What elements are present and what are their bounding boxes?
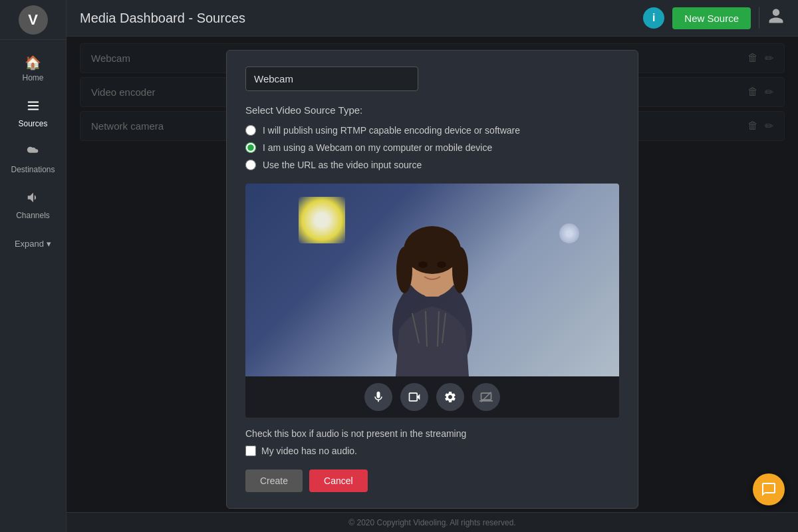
channels-icon — [26, 190, 41, 208]
audio-checkbox-label: My video has no audio. — [261, 446, 357, 456]
svg-point-5 — [452, 247, 468, 293]
radio-url[interactable]: Use the URL as the video input source — [245, 160, 619, 170]
sidebar-item-sources[interactable]: Sources — [0, 90, 66, 136]
sidebar-item-channels[interactable]: Channels — [0, 182, 66, 228]
screen-share-button[interactable] — [472, 383, 500, 411]
sources-icon — [26, 98, 41, 116]
create-button[interactable]: Create — [245, 469, 303, 492]
sidebar: V 🏠 Home Sources Destinations Channels — [0, 0, 66, 532]
svg-point-3 — [404, 226, 461, 274]
audio-checkbox-item[interactable]: My video has no audio. — [245, 446, 619, 456]
modal-overlay: Select Video Source Type: I will publish… — [66, 37, 798, 512]
chevron-down-icon: ▾ — [47, 239, 51, 249]
sidebar-item-home[interactable]: 🏠 Home — [0, 47, 66, 90]
video-preview — [245, 184, 619, 418]
footer: © 2020 Copyright Videoling. All rights r… — [66, 512, 798, 532]
sidebar-nav: 🏠 Home Sources Destinations Channels Exp… — [0, 47, 66, 257]
sidebar-item-sources-label: Sources — [18, 119, 47, 128]
audio-section-label: Check this box if audio is not present i… — [245, 428, 619, 439]
sidebar-expand-label: Expand — [15, 239, 44, 249]
modal-buttons: Create Cancel — [245, 469, 619, 492]
radio-rtmp[interactable]: I will publish using RTMP capable encodi… — [245, 125, 619, 136]
destinations-icon — [26, 144, 41, 162]
radio-rtmp-label: I will publish using RTMP capable encodi… — [263, 125, 520, 136]
source-type-radio-group: I will publish using RTMP capable encodi… — [245, 125, 619, 170]
svg-point-7 — [437, 261, 446, 268]
microphone-button[interactable] — [364, 383, 392, 411]
person-silhouette — [366, 197, 499, 376]
radio-url-input[interactable] — [245, 160, 256, 170]
sidebar-item-destinations[interactable]: Destinations — [0, 136, 66, 182]
camera-button[interactable] — [400, 383, 428, 411]
sidebar-item-destinations-label: Destinations — [11, 165, 55, 174]
light-box-right — [559, 223, 579, 243]
svg-point-4 — [396, 247, 412, 293]
audio-checkbox[interactable] — [245, 446, 256, 456]
radio-url-label: Use the URL as the video input source — [263, 160, 422, 170]
source-name-input[interactable] — [245, 66, 418, 91]
logo: V — [19, 5, 48, 35]
chat-bubble[interactable] — [753, 473, 785, 505]
home-icon: 🏠 — [25, 55, 41, 70]
settings-button[interactable] — [436, 383, 464, 411]
modal: Select Video Source Type: I will publish… — [226, 50, 638, 509]
audio-section: Check this box if audio is not present i… — [245, 428, 619, 456]
radio-webcam-input[interactable] — [245, 142, 256, 153]
radio-webcam-label: I am using a Webcam on my computer or mo… — [263, 142, 492, 153]
sidebar-item-channels-label: Channels — [16, 211, 50, 220]
user-icon[interactable] — [767, 7, 785, 29]
sidebar-item-home-label: Home — [22, 73, 43, 82]
sidebar-expand[interactable]: Expand ▾ — [15, 231, 51, 257]
header-divider — [759, 7, 759, 29]
source-type-label: Select Video Source Type: — [245, 104, 619, 116]
radio-webcam[interactable]: I am using a Webcam on my computer or mo… — [245, 142, 619, 153]
info-button[interactable]: i — [643, 7, 664, 29]
cancel-button[interactable]: Cancel — [309, 469, 368, 492]
video-placeholder — [245, 184, 619, 376]
video-controls — [245, 376, 619, 418]
page-title: Media Dashboard - Sources — [80, 11, 635, 26]
footer-text: © 2020 Copyright Videoling. All rights r… — [348, 518, 515, 527]
sidebar-logo: V — [0, 0, 66, 40]
radio-rtmp-input[interactable] — [245, 125, 256, 136]
light-box — [299, 197, 345, 243]
svg-point-6 — [418, 261, 428, 268]
header: Media Dashboard - Sources i New Source — [66, 0, 798, 37]
new-source-button[interactable]: New Source — [672, 7, 751, 29]
